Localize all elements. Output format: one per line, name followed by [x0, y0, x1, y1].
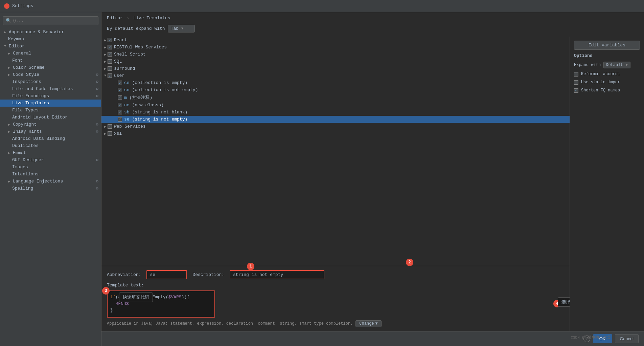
breadcrumb-livetemplates: Live Templates — [133, 16, 170, 21]
cancel-button[interactable]: Cancel — [615, 334, 639, 343]
sidebar-item-label: Keymap — [8, 37, 24, 42]
group-xsl[interactable]: xsl — [101, 130, 570, 137]
search-box[interactable]: 🔍 — [3, 16, 98, 25]
item-checkbox[interactable] — [118, 95, 122, 100]
template-item-sb[interactable]: sb (string is not blank) — [101, 109, 570, 116]
edit-variables-button[interactable]: Edit variables — [574, 41, 640, 50]
change-button[interactable]: Change ▼ — [355, 320, 381, 327]
expand-icon — [8, 66, 12, 70]
template-item-ce[interactable]: ce (collection is empty) — [101, 79, 570, 86]
sidebar: 🔍 Appearance & Behavior Keymap Editor Ge… — [0, 12, 101, 346]
sidebar-item-copyright[interactable]: Copyright ⚙ — [0, 121, 101, 128]
sidebar-item-appearance[interactable]: Appearance & Behavior — [0, 28, 101, 36]
sidebar-item-label: Images — [12, 165, 28, 170]
item-checkbox[interactable] — [118, 88, 122, 92]
settings-icon: ⚙ — [96, 179, 98, 184]
item-abbr: ce — [124, 80, 130, 85]
sidebar-item-label: Duplicates — [12, 143, 39, 148]
option-checkbox-2[interactable] — [574, 80, 578, 85]
item-checkbox[interactable] — [118, 110, 122, 114]
right-panel: Edit variables Options Expand with Defau… — [570, 37, 644, 331]
sidebar-item-label: Appearance & Behavior — [9, 29, 64, 35]
group-surround[interactable]: surround — [101, 65, 570, 72]
group-checkbox[interactable] — [108, 73, 112, 78]
group-sql[interactable]: SQL — [101, 58, 570, 65]
sidebar-item-editor[interactable]: Editor — [0, 43, 101, 50]
sidebar-item-font[interactable]: Font — [0, 57, 101, 64]
sidebar-item-spelling[interactable]: Spelling ⚙ — [0, 185, 101, 192]
sidebar-item-label: GUI Designer — [12, 157, 44, 163]
description-input[interactable] — [230, 270, 324, 279]
group-checkbox[interactable] — [108, 59, 112, 64]
sidebar-item-label: Live Templates — [12, 101, 49, 106]
group-checkbox[interactable] — [108, 52, 112, 57]
change-label: Change — [359, 321, 374, 326]
abbreviation-label: Abbreviation: — [107, 272, 141, 277]
sidebar-item-duplicates[interactable]: Duplicates — [0, 142, 101, 149]
option-label-2: Use static impor — [581, 80, 620, 85]
group-label: SQL — [114, 59, 122, 64]
group-label: RESTful Web Services — [114, 45, 167, 50]
group-react[interactable]: React — [101, 37, 570, 44]
sidebar-item-inlayhints[interactable]: Inlay Hints ⚙ — [0, 128, 101, 135]
template-item-nc[interactable]: nc (new classs) — [101, 102, 570, 109]
expand-icon — [8, 179, 12, 183]
group-checkbox[interactable] — [108, 66, 112, 71]
group-expand-icon — [104, 45, 108, 49]
group-expand-icon — [104, 52, 108, 57]
group-checkbox[interactable] — [108, 131, 112, 136]
settings-icon: ⚙ — [96, 122, 98, 127]
sidebar-item-emmet[interactable]: Emmet — [0, 149, 101, 156]
sidebar-item-guidesigner[interactable]: GUI Designer ⚙ — [0, 156, 101, 164]
sidebar-item-codestyle[interactable]: Code Style ⚙ — [0, 71, 101, 78]
settings-window: Settings 🔍 Appearance & Behavior Keymap … — [0, 0, 644, 346]
sidebar-item-general[interactable]: General — [0, 50, 101, 57]
group-shellscript[interactable]: Shell Script — [101, 51, 570, 58]
sidebar-item-inspections[interactable]: Inspections ⚙ — [0, 78, 101, 85]
item-checkbox[interactable] — [118, 103, 122, 107]
expand-with-select[interactable]: Default ▼ — [603, 62, 630, 68]
sidebar-item-label: File Encodings — [12, 93, 49, 99]
tooltip-3: 快速填充代码 — [119, 293, 153, 302]
expand-with-label: Expand with — [574, 63, 601, 67]
breadcrumb: Editor › Live Templates — [101, 12, 644, 23]
sidebar-item-androidlayout[interactable]: Android Layout Editor — [0, 114, 101, 121]
sidebar-item-label: Editor — [9, 44, 25, 49]
group-checkbox[interactable] — [108, 38, 112, 42]
detail-area: 1 2 Abbreviation: Description: Templ — [101, 266, 570, 331]
breadcrumb-editor: Editor — [107, 16, 123, 21]
app-icon — [4, 3, 9, 9]
sidebar-item-languageinjections[interactable]: Language Injections ⚙ — [0, 178, 101, 185]
item-checkbox[interactable] — [118, 117, 122, 122]
group-webservices[interactable]: Web Services — [101, 123, 570, 130]
sidebar-item-colorscheme[interactable]: Color Scheme — [0, 64, 101, 71]
topbar: By default expand with Tab ▼ — [101, 23, 644, 37]
group-checkbox[interactable] — [108, 124, 112, 129]
group-restful[interactable]: RESTful Web Services — [101, 44, 570, 51]
expand-icon — [4, 30, 7, 34]
sidebar-item-filecodetpl[interactable]: File and Code Templates ⚙ — [0, 85, 101, 92]
option-checkbox-1[interactable] — [574, 72, 578, 77]
option-checkbox-3[interactable] — [574, 88, 578, 93]
expand-select[interactable]: Tab ▼ — [168, 25, 195, 33]
sidebar-item-androiddatabinding[interactable]: Android Data Binding — [0, 135, 101, 142]
abbreviation-input[interactable] — [146, 270, 187, 279]
sidebar-item-images[interactable]: Images — [0, 164, 101, 171]
sidebar-item-filetypes[interactable]: File Types — [0, 107, 101, 114]
sidebar-item-fileencodings[interactable]: File Encodings ⚙ — [0, 92, 101, 100]
group-checkbox[interactable] — [108, 45, 112, 49]
group-label: xsl — [114, 131, 122, 136]
group-user[interactable]: user — [101, 72, 570, 79]
settings-icon: ⚙ — [96, 93, 98, 99]
sidebar-item-intentions[interactable]: Intentions — [0, 171, 101, 178]
template-item-se[interactable]: se (string is not empty) — [101, 116, 570, 123]
main-split: React RESTful Web Services Shell S — [101, 37, 644, 331]
search-input[interactable] — [13, 18, 95, 23]
sidebar-item-keymap[interactable]: Keymap — [0, 36, 101, 43]
item-checkbox[interactable] — [118, 81, 122, 85]
template-item-cn[interactable]: cn (collection is not empty) — [101, 86, 570, 93]
option-row-2: Use static impor — [574, 80, 640, 85]
item-desc: (方法注释) — [127, 94, 152, 101]
sidebar-item-livetemplates[interactable]: Live Templates — [0, 100, 101, 107]
template-item-m[interactable]: m (方法注释) — [101, 93, 570, 102]
